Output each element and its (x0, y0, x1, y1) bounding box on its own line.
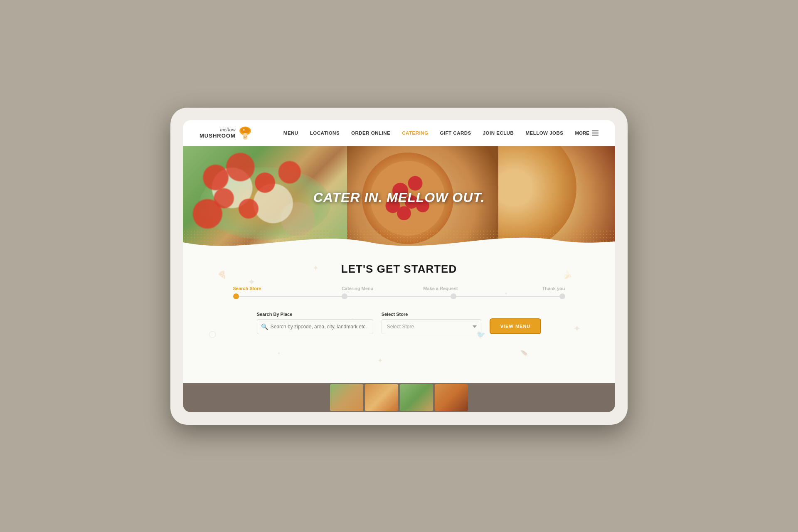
nav-catering[interactable]: CATERING (402, 131, 428, 135)
footer-thumb-4 (435, 384, 468, 411)
nav-order-online[interactable]: ORDER ONLINE (351, 131, 390, 135)
logo-text-wrap: mellow MUSHROOM (200, 127, 236, 139)
search-group: Search By Place 🔍 (257, 312, 373, 334)
hamburger-icon (592, 131, 598, 135)
footer-thumb-2 (365, 384, 398, 411)
view-menu-button[interactable]: VIEW MENU (490, 318, 542, 334)
footer-thumb-1 (330, 384, 363, 411)
logo[interactable]: mellow MUSHROOM (200, 125, 253, 141)
svg-point-4 (242, 133, 244, 134)
svg-point-5 (246, 133, 248, 134)
nav-more[interactable]: MORE (575, 131, 599, 135)
steps-wrapper: Search Store Catering Menu Make a Reques… (233, 286, 565, 299)
section-title: LET'S GET STARTED (204, 263, 594, 276)
svg-point-6 (243, 129, 244, 131)
nav-gift-cards[interactable]: GIFT CARDS (440, 131, 471, 135)
navbar-links: MENU LOCATIONS ORDER ONLINE CATERING GIF… (283, 131, 598, 135)
step-dot-2 (342, 293, 347, 299)
search-input-wrap: 🔍 (257, 319, 373, 334)
step-line-3 (456, 296, 559, 297)
step-dot-1 (233, 293, 239, 299)
nav-mellow-jobs[interactable]: MELLOW JOBS (525, 131, 563, 135)
search-input[interactable] (257, 319, 373, 334)
steps-labels: Search Store Catering Menu Make a Reques… (233, 286, 565, 291)
nav-menu[interactable]: MENU (283, 131, 298, 135)
device-frame: mellow MUSHROOM (170, 108, 628, 425)
nav-join-eclub[interactable]: JOIN ECLUB (483, 131, 514, 135)
step-line-1 (239, 296, 342, 297)
step-label-catering: Catering Menu (316, 286, 399, 291)
step-dot-3 (451, 293, 456, 299)
deco-star3-icon: ✦ (377, 357, 383, 365)
deco-feather-icon: 🪶 (520, 350, 529, 358)
hero-wave (183, 226, 615, 250)
nav-more-label: MORE (575, 131, 590, 135)
step-label-thankyou: Thank you (482, 286, 565, 291)
step-label-search: Search Store (233, 286, 316, 291)
search-label: Search By Place (257, 312, 373, 317)
svg-point-8 (246, 135, 246, 136)
logo-mascot-icon (237, 125, 253, 141)
steps-track (233, 293, 565, 299)
main-content: 🍕 ◯ ✦ • ✦ 🐟 ✦ 🍌 ✦ 🪶 • 🐦 LET'S GET STARTE… (183, 250, 615, 383)
step-line-2 (347, 296, 451, 297)
nav-locations[interactable]: LOCATIONS (310, 131, 340, 135)
device-screen: mellow MUSHROOM (183, 120, 615, 412)
hero-section: CATER IN. MELLOW OUT. (183, 146, 615, 250)
step-label-request: Make a Request (399, 286, 482, 291)
svg-point-1 (240, 127, 249, 134)
hero-title: CATER IN. MELLOW OUT. (313, 190, 485, 205)
store-select[interactable]: Select Store (382, 319, 481, 334)
navbar: mellow MUSHROOM (183, 120, 615, 146)
svg-point-7 (244, 135, 244, 136)
logo-mushroom: MUSHROOM (200, 133, 236, 139)
step-dot-4 (559, 293, 565, 299)
footer-section (183, 383, 615, 412)
form-row: Search By Place 🔍 Select Store Select St… (204, 312, 594, 334)
deco-dot-icon: • (278, 350, 280, 357)
select-label: Select Store (382, 312, 481, 317)
logo-mellow: mellow (200, 127, 236, 133)
search-icon: 🔍 (261, 323, 268, 330)
select-group: Select Store Select Store (382, 312, 481, 334)
footer-thumb-3 (400, 384, 433, 411)
